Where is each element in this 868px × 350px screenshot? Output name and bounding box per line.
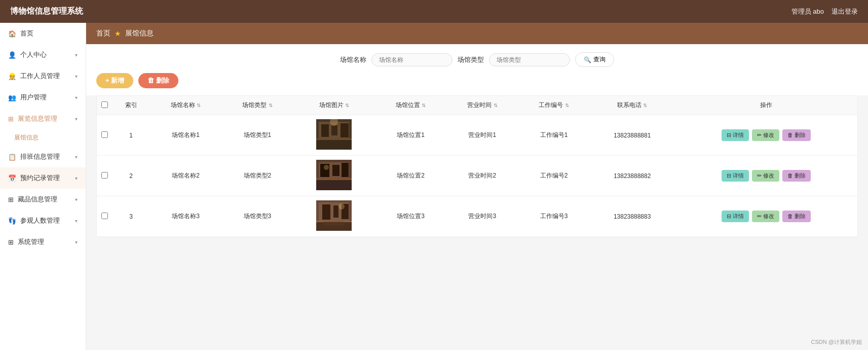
row-phone: 13823888881 xyxy=(590,115,675,156)
row-checkbox[interactable] xyxy=(97,196,112,237)
detail-button[interactable]: ⊟ 详情 xyxy=(722,129,749,141)
table-row: 2 场馆名称2 场馆类型2 场馆位置2 营业时间2 工作编号2 13823888… xyxy=(97,156,857,196)
sidebar-item-schedule[interactable]: 📋 排班信息管理 ▾ xyxy=(0,146,86,167)
venue-name-input[interactable] xyxy=(371,53,452,66)
svg-rect-24 xyxy=(324,222,344,226)
sidebar-item-system[interactable]: ⊞ 系统管理 ▾ xyxy=(0,231,86,253)
col-name: 场馆名称 ⇅ xyxy=(150,96,221,115)
sort-icon[interactable]: ⇅ xyxy=(565,102,569,108)
sort-icon[interactable]: ⇅ xyxy=(422,102,426,108)
table-row: 1 场馆名称1 场馆类型1 场馆位置1 营业时间1 工作编号1 13823888… xyxy=(97,115,857,156)
svg-rect-12 xyxy=(332,165,339,176)
logout-button[interactable]: 退出登录 xyxy=(832,7,858,16)
chevron-down-icon: ▾ xyxy=(75,218,78,224)
sidebar-item-label: 系统管理 xyxy=(18,237,44,247)
select-all-checkbox[interactable] xyxy=(101,101,108,108)
svg-rect-3 xyxy=(321,124,329,137)
venue-type-label: 场馆类型 xyxy=(458,55,484,64)
sidebar-item-exhibition[interactable]: ⊞ 展览信息管理 ▾ xyxy=(0,108,86,129)
sort-icon[interactable]: ⇅ xyxy=(345,102,349,108)
row-actions: ⊟ 详情 ✏ 修改 🗑 删除 xyxy=(674,156,857,196)
detail-button[interactable]: ⊟ 详情 xyxy=(722,170,749,182)
col-image: 场馆图片 ⇅ xyxy=(293,96,375,115)
app-title: 博物馆信息管理系统 xyxy=(10,6,83,17)
svg-rect-4 xyxy=(331,125,337,135)
sidebar-item-exhibition-sub[interactable]: 展馆信息 xyxy=(0,129,86,146)
content-area: 首页 ★ 展馆信息 场馆名称 场馆类型 🔍 查询 + 新增 🗑 删除 xyxy=(86,23,868,350)
search-btn-label: 查询 xyxy=(593,55,606,64)
add-button[interactable]: + 新增 xyxy=(96,73,133,88)
breadcrumb-home[interactable]: 首页 xyxy=(96,29,110,38)
main-layout: 🏠 首页 👤 个人中心 ▾ 👷 工作人员管理 ▾ 👥 用户管理 ▾ ⊞ 展览信息… xyxy=(0,23,868,350)
svg-rect-1 xyxy=(316,139,352,150)
row-location: 场馆位置3 xyxy=(375,196,446,237)
row-select-checkbox[interactable] xyxy=(101,213,108,219)
row-hours: 营业时间1 xyxy=(446,115,518,156)
sidebar-item-staff[interactable]: 👷 工作人员管理 ▾ xyxy=(0,65,86,87)
edit-button[interactable]: ✏ 修改 xyxy=(752,211,779,222)
chevron-down-icon: ▾ xyxy=(75,197,78,202)
venue-type-input[interactable] xyxy=(489,53,570,66)
action-buttons: ⊟ 详情 ✏ 修改 🗑 删除 xyxy=(678,170,853,182)
row-image xyxy=(293,156,375,196)
delete-button[interactable]: 🗑 删除 xyxy=(138,73,178,88)
search-icon: 🔍 xyxy=(584,56,591,63)
sidebar-item-booking[interactable]: 📅 预约记录管理 ▾ xyxy=(0,167,86,189)
sidebar-item-label: 预约记录管理 xyxy=(20,173,60,183)
booking-icon: 📅 xyxy=(8,174,16,182)
sidebar-item-visitors[interactable]: 👣 参观人数管理 ▾ xyxy=(0,210,86,231)
sidebar-item-home[interactable]: 🏠 首页 xyxy=(0,23,86,44)
detail-button[interactable]: ⊟ 详情 xyxy=(722,211,749,222)
schedule-icon: 📋 xyxy=(8,153,16,161)
search-button[interactable]: 🔍 查询 xyxy=(575,52,614,67)
sidebar-item-users[interactable]: 👥 用户管理 ▾ xyxy=(0,87,86,108)
sort-icon[interactable]: ⇅ xyxy=(643,102,647,108)
table-row: 3 场馆名称3 场馆类型3 场馆位置3 营业时间3 工作编号3 13823888… xyxy=(97,196,857,237)
svg-rect-14 xyxy=(316,178,352,180)
row-name: 场馆名称2 xyxy=(150,156,221,196)
sidebar-item-label: 首页 xyxy=(20,29,33,38)
chevron-down-icon: ▾ xyxy=(75,239,78,245)
table-header-row: 索引 场馆名称 ⇅ 场馆类型 ⇅ 场馆图片 ⇅ 场馆位置 ⇅ 营业时间 ⇅ 工作… xyxy=(97,96,857,115)
svg-point-23 xyxy=(338,203,345,209)
row-type: 场馆类型3 xyxy=(221,196,293,237)
row-checkbox[interactable] xyxy=(97,156,112,196)
delete-row-button[interactable]: 🗑 删除 xyxy=(782,170,811,182)
visitors-icon: 👣 xyxy=(8,217,16,225)
col-actions: 操作 xyxy=(674,96,857,115)
edit-button[interactable]: ✏ 修改 xyxy=(752,170,779,182)
svg-rect-13 xyxy=(342,163,349,177)
sidebar-item-artifacts[interactable]: ⊞ 藏品信息管理 ▾ xyxy=(0,189,86,210)
svg-rect-19 xyxy=(322,204,330,220)
row-location: 场馆位置2 xyxy=(375,156,446,196)
row-select-checkbox[interactable] xyxy=(101,131,108,138)
watermark: CSDN @计算机学姐 xyxy=(811,338,862,346)
row-checkbox[interactable] xyxy=(97,115,112,156)
sort-icon[interactable]: ⇅ xyxy=(494,102,498,108)
home-icon: 🏠 xyxy=(8,30,16,38)
edit-button[interactable]: ✏ 修改 xyxy=(752,129,779,141)
sort-icon[interactable]: ⇅ xyxy=(269,102,273,108)
row-image xyxy=(293,115,375,156)
chevron-down-icon: ▾ xyxy=(75,176,78,181)
svg-rect-5 xyxy=(341,123,349,137)
row-workno: 工作编号3 xyxy=(518,196,589,237)
sidebar-item-label: 参观人数管理 xyxy=(20,216,60,225)
venue-name-label: 场馆名称 xyxy=(340,55,366,64)
delete-row-button[interactable]: 🗑 删除 xyxy=(782,211,811,222)
row-actions: ⊟ 详情 ✏ 修改 🗑 删除 xyxy=(674,115,857,156)
delete-row-button[interactable]: 🗑 删除 xyxy=(782,129,811,141)
chevron-down-icon: ▾ xyxy=(75,116,78,122)
sidebar-item-profile[interactable]: 👤 个人中心 ▾ xyxy=(0,44,86,65)
artifacts-icon: ⊞ xyxy=(8,196,14,203)
sidebar-item-label: 排班信息管理 xyxy=(20,152,60,161)
col-type: 场馆类型 ⇅ xyxy=(221,96,293,115)
header: 博物馆信息管理系统 管理员 abo 退出登录 xyxy=(0,0,868,23)
svg-rect-9 xyxy=(316,179,352,190)
row-select-checkbox[interactable] xyxy=(101,172,108,179)
sort-icon[interactable]: ⇅ xyxy=(197,102,201,108)
profile-icon: 👤 xyxy=(8,51,16,59)
star-icon: ★ xyxy=(115,29,121,38)
col-hours: 营业时间 ⇅ xyxy=(446,96,518,115)
select-all-col[interactable] xyxy=(97,96,112,115)
